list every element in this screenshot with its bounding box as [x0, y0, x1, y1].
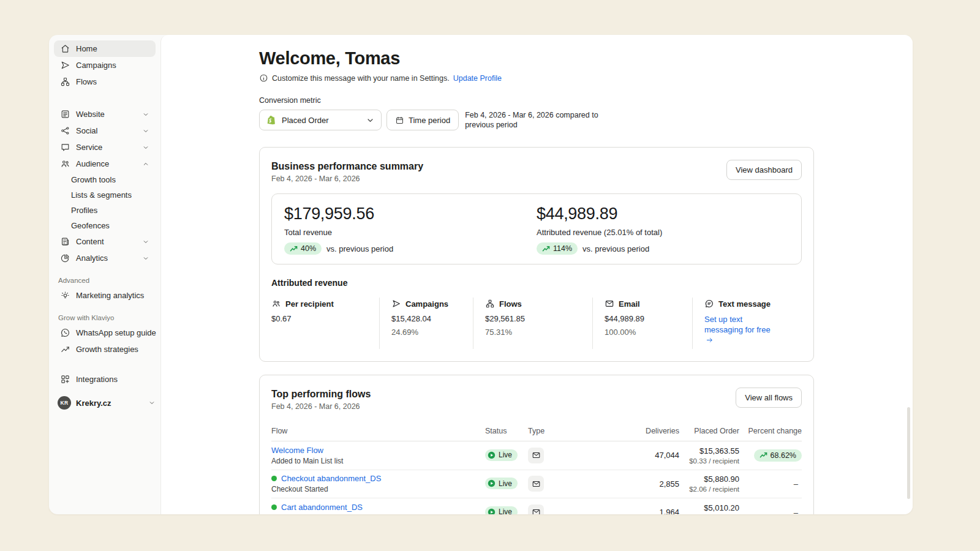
- email-type-icon: [528, 504, 544, 514]
- social-icon: [60, 126, 70, 136]
- scrollbar-thumb[interactable]: [907, 407, 910, 499]
- page-title: Welcome, Tomas: [259, 48, 814, 69]
- sidebar-item-label: Geofences: [71, 221, 110, 230]
- sidebar-item-analytics[interactable]: Analytics: [54, 250, 156, 266]
- marketing-analytics-icon: [60, 290, 70, 301]
- sidebar-item-home[interactable]: Home: [54, 40, 156, 57]
- breakdown-percent: 100.00%: [605, 328, 692, 337]
- account-name: Krekry.cz: [76, 399, 111, 408]
- sidebar-item-audience[interactable]: Audience: [54, 156, 156, 172]
- flow-name-link[interactable]: Checkout abandonment_DS: [281, 474, 381, 483]
- metric-label: Total revenue: [284, 228, 537, 237]
- sidebar-item-profiles[interactable]: Profiles: [54, 203, 156, 218]
- flows-card-title: Top performing flows: [271, 388, 371, 400]
- table-row: Welcome Flow Added to Main List list Liv…: [271, 441, 802, 470]
- website-icon: [60, 109, 70, 119]
- breakdown-text-message: Text message Set up text messaging for f…: [692, 298, 802, 349]
- status-badge: Live: [485, 506, 518, 514]
- sidebar-item-website[interactable]: Website: [54, 106, 156, 122]
- main-content: Welcome, Tomas Customize this message wi…: [259, 35, 814, 514]
- placed-order-per-recipient: $0.33 / recipient: [679, 457, 739, 465]
- flow-status-dot: [271, 476, 277, 481]
- sidebar-item-marketing-analytics[interactable]: Marketing analytics: [54, 287, 156, 304]
- breakdown-value: $0.67: [271, 314, 379, 323]
- chevron-down-icon: [366, 116, 375, 125]
- breakdown-percent: 75.31%: [485, 328, 592, 337]
- deliveries-value: 1,964: [571, 508, 679, 514]
- sidebar-item-campaigns[interactable]: Campaigns: [54, 57, 156, 73]
- metric-value: $179,959.56: [284, 204, 537, 223]
- flows-table-header: FlowStatusTypeDeliveriesPlaced OrderPerc…: [271, 422, 802, 441]
- people-icon: [271, 299, 281, 309]
- revenue-metrics-box: $179,959.56 Total revenue 40% vs. previo…: [271, 193, 802, 264]
- view-all-flows-button[interactable]: View all flows: [736, 388, 802, 408]
- sidebar-item-content[interactable]: Content: [54, 233, 156, 250]
- column-header-placed-order: Placed Order: [679, 427, 739, 437]
- sidebar-spacer: [54, 90, 156, 106]
- flow-subtitle: Added to Cart: [271, 514, 485, 514]
- vs-previous-period-text: vs. previous period: [326, 244, 393, 253]
- info-icon: [259, 73, 268, 83]
- conversion-metric-label: Conversion metric: [259, 96, 814, 105]
- chevron-down-icon: [142, 238, 149, 246]
- flow-name-link[interactable]: Cart abandonment_DS: [281, 503, 363, 512]
- sidebar-item-integrations[interactable]: Integrations: [54, 371, 156, 388]
- email-type-icon: [528, 448, 544, 463]
- sidebar-item-growth-strategies[interactable]: Growth strategies: [54, 341, 156, 358]
- play-circle-icon: [488, 479, 496, 487]
- placed-order-value: $15,363.55: [679, 446, 739, 455]
- placed-order-value: $5,010.20: [679, 503, 739, 512]
- sidebar-item-geofences[interactable]: Geofences: [54, 218, 156, 233]
- sidebar-item-lists-segments[interactable]: Lists & segments: [54, 187, 156, 203]
- sidebar-item-whatsapp-setup-guide[interactable]: WhatsApp setup guide: [54, 324, 156, 341]
- sidebar-item-label: Home: [76, 44, 97, 53]
- update-profile-link[interactable]: Update Profile: [453, 74, 502, 83]
- text-message-icon: [704, 299, 714, 309]
- sidebar-item-label: Audience: [76, 159, 109, 168]
- attributed-revenue-label: Attributed revenue: [271, 278, 802, 288]
- view-dashboard-button[interactable]: View dashboard: [726, 160, 802, 180]
- campaigns-icon: [391, 299, 401, 309]
- metric-label: Attributed revenue (25.01% of total): [537, 228, 789, 237]
- change-badge: 40%: [284, 242, 322, 255]
- account-switcher[interactable]: KRKrekry.cz: [54, 396, 156, 410]
- time-period-label: Time period: [409, 116, 450, 125]
- flow-subtitle: Checkout Started: [271, 485, 485, 493]
- period-note: Feb 4, 2026 - Mar 6, 2026 compared to pr…: [465, 110, 598, 130]
- content-icon: [60, 236, 70, 247]
- sidebar-item-growth-tools[interactable]: Growth tools: [54, 172, 156, 187]
- flow-name-link[interactable]: Welcome Flow: [271, 446, 323, 455]
- breakdown-value: $44,989.89: [605, 314, 692, 323]
- service-icon: [60, 142, 70, 152]
- column-header-percent-change: Percent change: [739, 427, 802, 437]
- time-period-button[interactable]: Time period: [386, 110, 459, 130]
- sidebar-section-grow-with-klaviyo: Grow with Klaviyo: [54, 313, 156, 322]
- sidebar-item-label: WhatsApp setup guide: [76, 328, 156, 337]
- flows-icon: [60, 77, 70, 87]
- table-row: Checkout abandonment_DS Checkout Started…: [271, 470, 802, 499]
- integrations-icon: [60, 374, 70, 384]
- chevron-down-icon: [142, 111, 149, 118]
- email-type-icon: [528, 476, 544, 492]
- arrow-right-icon: [706, 336, 714, 344]
- change-badge: 114%: [537, 242, 578, 255]
- setup-text-messaging-link[interactable]: Set up text messaging for free: [704, 315, 771, 345]
- chevron-down-icon: [142, 144, 149, 151]
- chevron-down-icon: [142, 255, 149, 262]
- attributed-revenue-metric: $44,989.89 Attributed revenue (25.01% of…: [537, 204, 789, 255]
- column-header-deliveries: Deliveries: [571, 427, 679, 437]
- sidebar-spacer: [54, 358, 156, 371]
- sidebar-item-flows[interactable]: Flows: [54, 73, 156, 90]
- breakdown-label: Flows: [499, 299, 522, 309]
- breakdown-value: $29,561.85: [485, 314, 592, 323]
- sidebar-item-label: Lists & segments: [71, 190, 132, 200]
- conversion-metric-select[interactable]: Placed Order: [259, 110, 382, 130]
- sidebar-item-service[interactable]: Service: [54, 139, 156, 156]
- sidebar-item-social[interactable]: Social: [54, 122, 156, 139]
- play-circle-icon: [488, 451, 496, 459]
- total-revenue-metric: $179,959.56 Total revenue 40% vs. previo…: [284, 204, 537, 255]
- sidebar-item-label: Marketing analytics: [76, 291, 144, 300]
- sidebar-item-label: Content: [76, 237, 104, 246]
- info-text: Customize this message with your name in…: [272, 74, 450, 83]
- percent-change-empty: –: [794, 508, 802, 514]
